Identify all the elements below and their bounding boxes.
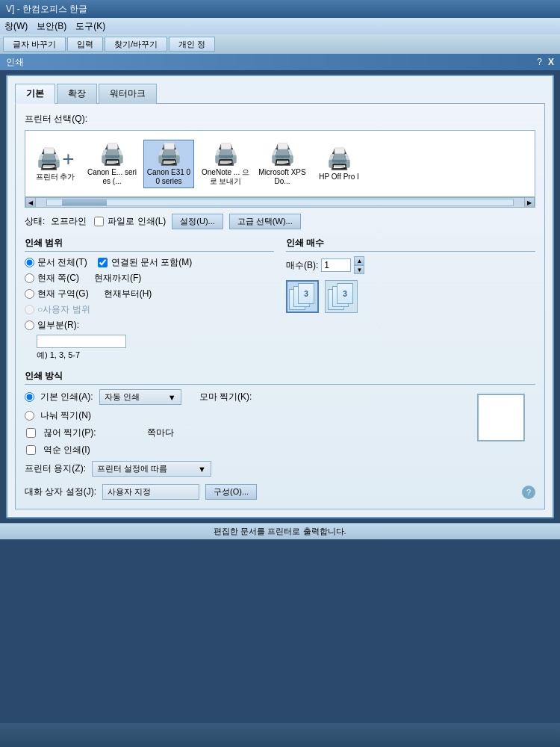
copies-input[interactable] — [321, 258, 351, 272]
print-method-title: 인쇄 방식 — [25, 370, 535, 385]
method-basic-dropdown[interactable]: 자동 인쇄 ▼ — [99, 389, 181, 405]
range-all-radio[interactable] — [25, 258, 34, 267]
toolbar-btn-input[interactable]: 입력 — [67, 37, 103, 52]
printer-icon-3: 🖨️ — [213, 142, 239, 167]
print-copies-title: 인쇄 매수 — [286, 237, 535, 252]
bottom-status-text: 편집한 문서를 프린터로 출력합니다. — [214, 527, 346, 536]
range-current-section-row: 현재 구역(G) 현재부터(H) — [25, 288, 274, 300]
collate-stack-2: 1 2 3 — [328, 283, 355, 310]
toolbar-btn-personal[interactable]: 개인 정 — [169, 37, 215, 52]
printer-item-add[interactable]: 🖨️+ 프린터 추가 — [30, 146, 81, 182]
dialog-settings-value: 사용자 지정 — [108, 487, 151, 496]
print-range-title: 인쇄 범위 — [25, 237, 274, 252]
range-all-row: 문서 전체(T) 연결된 문서 포함(M) — [25, 256, 274, 269]
tab-watermark[interactable]: 워터마크 — [99, 84, 157, 104]
printer-scrollbar[interactable]: ◀ ▶ — [25, 197, 535, 208]
printer-icon-4: 🖨️ — [270, 142, 296, 167]
printer-scroll-area: 🖨️+ 프린터 추가 🖨️ Canon E... series (... 🖨️ … — [25, 130, 535, 197]
menu-item-tools[interactable]: 도구(K) — [75, 20, 105, 33]
dialog-settings-dropdown[interactable]: 사용자 지정 — [102, 484, 199, 500]
printer-paper-dropdown[interactable]: 프린터 설정에 따름 ▼ — [92, 461, 211, 477]
print-to-file-checkbox[interactable] — [94, 217, 104, 226]
printer-paper-row: 프린터 용지(Z): 프린터 설정에 따름 ▼ — [25, 461, 535, 477]
taskbar — [0, 723, 560, 747]
structure-button[interactable]: 구성(O)... — [205, 484, 257, 500]
printer-item-onenote[interactable]: 🖨️ OneNote ... 으로 보내기 — [200, 142, 251, 186]
method-dropdown-value: 자동 인쇄 — [105, 391, 140, 403]
printer-item-canon-e31[interactable]: 🖨️ Canon E31 00 series — [143, 140, 194, 188]
method-cut-row: 끊어 찍기(P): 쪽마다 — [25, 427, 535, 439]
menu-item-window[interactable]: 창(W) — [4, 20, 28, 33]
method-cut-checkbox[interactable] — [26, 428, 36, 438]
copies-control: 매수(B): ▲ ▼ — [286, 256, 535, 274]
include-connected-checkbox[interactable] — [98, 258, 108, 267]
printer-icon-2: 🖨️ — [156, 142, 182, 167]
range-input[interactable] — [37, 335, 126, 348]
settings-button[interactable]: 설정(U)... — [172, 214, 223, 229]
tab-expand[interactable]: 확장 — [57, 84, 97, 104]
close-icon[interactable]: X — [548, 57, 554, 67]
print-to-file-label[interactable]: 파일로 인쇄(L) — [93, 215, 166, 228]
method-cut-label: 끊어 찍기(P): — [43, 427, 96, 439]
print-copies-section: 인쇄 매수 매수(B): ▲ ▼ 1 — [286, 237, 535, 361]
range-partial-radio[interactable] — [25, 320, 34, 330]
copies-up-btn[interactable]: ▲ — [354, 256, 364, 265]
range-current-section-radio[interactable] — [25, 289, 34, 299]
menu-item-security[interactable]: 보안(B) — [37, 20, 66, 33]
range-current-page-label: 현재 쪽(C) — [37, 272, 79, 285]
printer-item-hp[interactable]: 🖨️ HP Off Pro I — [314, 146, 364, 182]
title-text: V] - 한컴오피스 한글 — [6, 3, 87, 16]
method-basic-row: 기본 인쇄(A): 자동 인쇄 ▼ 모마 찍기(K): — [25, 389, 535, 405]
printer-item-add-label: 프린터 추가 — [36, 173, 75, 182]
toolbar-btn-replace[interactable]: 글자 바꾸기 — [3, 37, 66, 52]
collate-option-uncollated[interactable]: 1 2 3 — [325, 280, 358, 313]
scrollbar-left-btn[interactable]: ◀ — [25, 197, 36, 208]
scrollbar-thumb[interactable] — [62, 199, 107, 205]
dialog-header: 인쇄 ? X — [0, 54, 560, 70]
collate-option-collated[interactable]: 1 2 3 — [286, 280, 319, 313]
status-row: 상태: 오프라인 파일로 인쇄(L) 설정(U)... 고급 선택(W)... — [25, 214, 535, 229]
method-basic-radio[interactable] — [25, 392, 34, 402]
scrollbar-right-btn[interactable]: ▶ — [524, 197, 535, 208]
preview-box — [477, 394, 525, 441]
method-reverse-label: 역순 인쇄(I) — [43, 444, 90, 456]
printer-select-label: 프린터 선택(Q): — [25, 113, 535, 125]
method-reverse-checkbox[interactable] — [26, 445, 36, 455]
status-label: 상태: — [25, 215, 45, 228]
range-current-until-label: 현재까지(F) — [94, 272, 141, 285]
range-dim-label: ○사용자 범위 — [37, 303, 90, 316]
method-cut-extra: 쪽마다 — [147, 427, 174, 439]
printer-paper-arrow: ▼ — [198, 465, 206, 474]
method-dropdown-arrow: ▼ — [168, 393, 176, 402]
scrollbar-track — [46, 199, 514, 206]
printer-paper-value: 프린터 설정에 따름 — [97, 463, 167, 474]
copies-down-btn[interactable]: ▼ — [354, 265, 364, 274]
method-split-radio[interactable] — [25, 411, 34, 421]
range-current-section-label: 현재 구역(G) — [37, 288, 89, 300]
method-split-row: 나눠 찍기(N) — [25, 409, 535, 422]
screen: V] - 한컴오피스 한글 창(W) 보안(B) 도구(K) 글자 바꾸기 입력… — [0, 0, 560, 747]
print-method-section: 인쇄 방식 기본 인쇄(A): 자동 인쇄 ▼ 모마 찍기(K): 나눠 찍기(… — [25, 370, 535, 477]
footer-help-button[interactable]: ? — [522, 486, 535, 499]
method-reverse-row: 역순 인쇄(I) — [25, 444, 535, 456]
range-all-label: 문서 전체(T) — [37, 256, 87, 269]
title-bar: V] - 한컴오피스 한글 — [0, 0, 560, 18]
printer-item-onenote-label: OneNote ... 으로 보내기 — [200, 168, 251, 186]
advanced-button[interactable]: 고급 선택(W)... — [229, 214, 301, 229]
printer-icon-5: 🖨️ — [326, 146, 352, 171]
method-split-label: 나눠 찍기(N) — [40, 409, 91, 422]
printer-item-hp-label: HP Off Pro I — [319, 173, 359, 182]
range-current-page-radio[interactable] — [25, 273, 34, 283]
toolbar-btn-findreplace[interactable]: 찾기/바꾸기 — [105, 37, 167, 52]
tab-bar: 기본 확장 워터마크 — [15, 84, 545, 104]
help-icon[interactable]: ? — [537, 57, 542, 67]
tab-basic[interactable]: 기본 — [15, 84, 55, 104]
collate-icons: 1 2 3 1 2 3 — [286, 280, 535, 313]
include-connected-label[interactable]: 연결된 문서 포함(M) — [96, 256, 193, 269]
collate-card-2c: 3 — [337, 283, 353, 304]
status-value: 오프라인 — [51, 215, 87, 228]
printer-item-canon-e-label: Canon E... series (... — [87, 168, 137, 186]
range-current-page-row: 현재 쪽(C) 현재까지(F) — [25, 272, 274, 285]
printer-item-microsoft-xps[interactable]: 🖨️ Microsoft XPS Do... — [257, 142, 308, 186]
printer-item-canon-e[interactable]: 🖨️ Canon E... series (... — [87, 142, 137, 186]
